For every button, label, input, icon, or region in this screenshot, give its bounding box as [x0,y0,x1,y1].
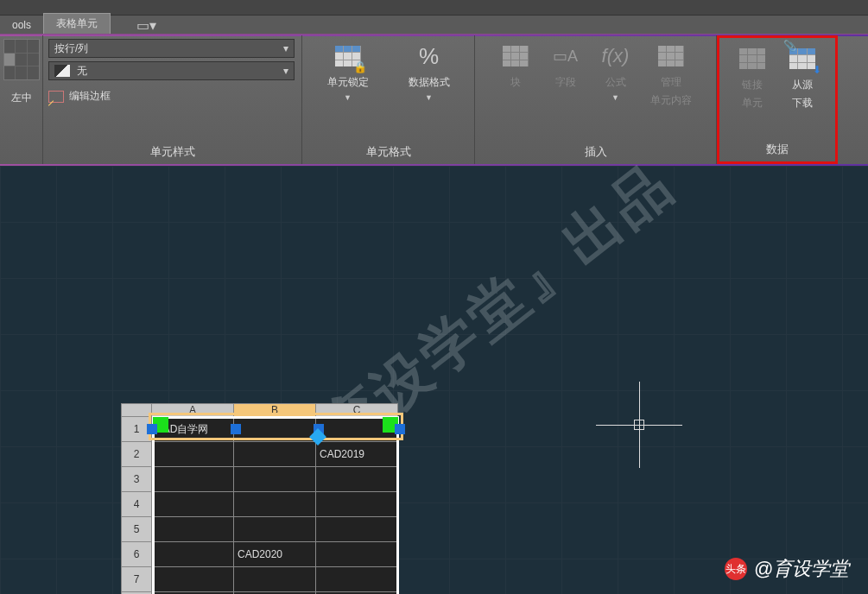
panel-title: 数据 [725,139,830,160]
merge-mode-combo[interactable]: 按行/列 [48,39,295,58]
cell[interactable] [152,442,234,467]
cell[interactable] [234,492,316,517]
credit: 头条 @育设学堂 [725,556,849,582]
row-header[interactable]: 2 [122,442,152,467]
cell[interactable] [316,492,398,517]
cad-table[interactable]: A B C 1 CAD自学网 2 CAD20193 4 5 6 CAD2020 … [121,403,398,594]
cell-lock-button[interactable]: 单元锁定▼ [320,39,376,104]
panel-title: 单元格式 [307,142,469,162]
cell[interactable]: CAD自学网 [152,417,234,442]
cell[interactable] [234,467,316,492]
logo-icon: 头条 [725,558,747,580]
row-header[interactable]: 1 [122,417,152,442]
align-label: 左中 [11,91,32,105]
cell[interactable] [152,492,234,517]
insert-block-button[interactable]: 块 [493,39,538,92]
panel-data: 链接单元 ⬇ 从源下载 数据 [717,35,838,164]
row-header[interactable]: 6 [122,542,152,567]
table-row[interactable]: 7 [122,567,398,592]
menu-bar [0,0,868,16]
row-header[interactable]: 3 [122,467,152,492]
panel-cell-style: 按行/列 无 编辑边框 单元样式 [43,35,302,164]
table-row[interactable]: 1 CAD自学网 [122,417,398,442]
table-row[interactable]: 5 [122,517,398,542]
cell[interactable] [316,467,398,492]
data-format-button[interactable]: % 数据格式▼ [402,39,457,104]
cell[interactable] [316,567,398,592]
insert-field-button[interactable]: ▭A 字段 [543,39,588,92]
tab-overflow-icon[interactable]: ▭▾ [136,17,156,34]
insert-formula-button[interactable]: f(x) 公式▼ [593,39,638,104]
ribbon-tabs: ools 表格单元 ▭▾ [0,16,868,35]
corner-cell[interactable] [122,404,152,417]
link-cell-button[interactable]: 链接单元 [730,41,775,112]
cell[interactable] [316,542,398,567]
ribbon: 左中 按行/列 无 编辑边框 单元样式 单元锁定▼ % 数据格式▼ 单元格式 [0,35,868,166]
row-header[interactable]: 5 [122,517,152,542]
download-from-source-button[interactable]: ⬇ 从源下载 [780,41,825,112]
manage-cell-content-button[interactable]: 管理单元内容 [643,39,699,110]
panel-title: 单元样式 [48,142,296,162]
row-header[interactable]: 4 [122,492,152,517]
cell[interactable] [234,417,316,442]
table-row[interactable]: 6 CAD2020 [122,542,398,567]
panel-cell-format: 单元锁定▼ % 数据格式▼ 单元格式 [302,35,475,164]
cell[interactable] [316,417,398,442]
panel-align: 左中 [0,35,43,164]
cell[interactable] [316,517,398,542]
cell[interactable] [152,517,234,542]
cell[interactable]: CAD2019 [316,442,398,467]
table-row[interactable]: 2 CAD2019 [122,442,398,467]
panel-title: 插入 [480,142,711,162]
alignment-grid-icon[interactable] [3,39,40,80]
table-row[interactable]: 3 [122,467,398,492]
col-header-b[interactable]: B [234,404,316,417]
col-header-c[interactable]: C [316,404,398,417]
row-header[interactable]: 7 [122,567,152,592]
cell[interactable] [234,567,316,592]
panel-insert: 块 ▭A 字段 f(x) 公式▼ 管理单元内容 插入 [475,35,717,164]
cell[interactable] [152,567,234,592]
col-header-a[interactable]: A [152,404,234,417]
fill-combo[interactable]: 无 [48,61,295,80]
cell[interactable]: CAD2020 [234,542,316,567]
drawing-canvas[interactable]: 『育设学堂』出品 A B C 1 CAD自学网 2 CAD20193 4 5 6… [0,166,868,594]
edit-border-button[interactable]: 编辑边框 [48,89,296,104]
table-row[interactable]: 4 [122,492,398,517]
cell[interactable] [234,517,316,542]
tab-table-cell[interactable]: 表格单元 [43,13,111,34]
cell[interactable] [152,467,234,492]
column-header-row: A B C [122,404,398,417]
tab-tools[interactable]: ools [0,16,43,34]
cell[interactable] [152,542,234,567]
cell[interactable] [234,442,316,467]
